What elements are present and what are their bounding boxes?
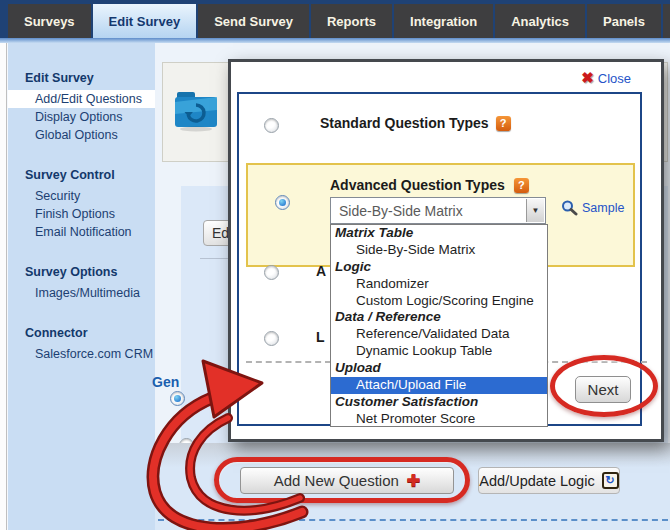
close-label: Close [598,71,631,86]
sidebar-item-add-edit-questions[interactable]: Add/Edit Questions [8,90,155,108]
question-type-dialog: ✖ Close Standard Question Types ? Advanc… [228,59,664,442]
sidebar-item-security[interactable]: Security [8,187,155,205]
add-new-question-button[interactable]: Add New Question ✚ [240,467,454,494]
dropdown-option-reference-validated-data[interactable]: Reference/Validated Data [331,326,547,343]
next-button[interactable]: Next [575,376,631,403]
close-x-icon: ✖ [581,69,594,87]
nav-tabs: SurveysEdit SurveySend SurveyReportsInte… [0,4,670,38]
background-radio-selected[interactable] [170,391,185,406]
question-type-select[interactable]: Side-By-Side Matrix ▼ [330,197,546,224]
logic-icon: ↻ [602,472,619,489]
help-icon[interactable]: ? [514,178,529,193]
dropdown-option-dynamic-lookup-table[interactable]: Dynamic Lookup Table [331,343,547,360]
sidebar-item-images-multimedia[interactable]: Images/Multimedia [8,284,155,302]
dropdown-group-logic: Logic [331,259,547,276]
plus-icon: ✚ [407,471,420,490]
add-update-logic-button[interactable]: Add/Update Logic ↻ [478,467,620,494]
sidebar-section-survey-options: Survey Options [8,265,155,284]
tab-send-survey[interactable]: Send Survey [198,4,309,38]
tab-analytics[interactable]: Analytics [495,4,585,38]
sidebar-nav: Edit SurveyAdd/Edit QuestionsDisplay Opt… [8,43,155,530]
radio-option-3[interactable] [264,265,279,280]
option-3-label-fragment: A [316,263,326,279]
sample-label: Sample [582,201,624,215]
tab-panels[interactable]: Panels [587,4,661,38]
option-4-label-fragment: L [316,329,325,345]
sidebar-section-survey-control: Survey Control [8,168,155,187]
advanced-question-types-label: Advanced Question Types [330,177,505,193]
dropdown-group-upload: Upload [331,360,547,377]
tab-surveys[interactable]: Surveys [8,4,91,38]
add-new-question-label: Add New Question [274,472,399,489]
sidebar-section-connector: Connector [8,326,155,345]
general-heading-fragment: Gen [152,374,179,390]
tab-integration[interactable]: Integration [394,4,493,38]
sidebar-item-salesforce-com-crm[interactable]: Salesforce.com CRM [8,345,155,363]
tab-reports[interactable]: Reports [311,4,392,38]
sample-link[interactable]: Sample [561,200,624,216]
dropdown-group-customer-satisfaction: Customer Satisfaction [331,394,547,411]
tab-partial[interactable] [663,4,670,38]
add-update-logic-label: Add/Update Logic [479,473,594,489]
sidebar-section-edit-survey: Edit Survey [8,71,155,90]
dropdown-group-matrix-table: Matrix Table [331,225,547,242]
sidebar-item-finish-options[interactable]: Finish Options [8,205,155,223]
sidebar-item-display-options[interactable]: Display Options [8,108,155,126]
select-dropdown-arrow-icon[interactable]: ▼ [526,199,544,222]
dropdown-option-custom-logic-scoring-engine[interactable]: Custom Logic/Scoring Engine [331,293,547,310]
left-gutter [0,43,7,530]
question-type-select-value: Side-By-Side Matrix [339,203,463,219]
radio-standard-question-types[interactable] [264,118,279,133]
tab-edit-survey[interactable]: Edit Survey [93,4,197,38]
sidebar-item-email-notification[interactable]: Email Notification [8,223,155,241]
dropdown-option-side-by-side-matrix[interactable]: Side-By-Side Matrix [331,242,547,259]
dropdown-option-net-promoter-score[interactable]: Net Promoter Score [331,411,547,427]
dropdown-group-data-reference: Data / Reference [331,309,547,326]
radio-advanced-question-types[interactable] [275,195,290,210]
standard-question-types-label: Standard Question Types [320,115,489,131]
refresh-folder-icon[interactable] [171,88,221,136]
sidebar-item-global-options[interactable]: Global Options [8,126,155,144]
close-button[interactable]: ✖ Close [581,69,631,87]
dropdown-list: Matrix TableSide-By-Side MatrixLogicRand… [330,224,548,427]
bottom-dashed-divider [158,519,668,521]
dropdown-option-randomizer[interactable]: Randomizer [331,276,547,293]
radio-option-4[interactable] [264,331,279,346]
page: SurveysEdit SurveySend SurveyReportsInte… [0,0,670,530]
dropdown-option-attach-upload-file[interactable]: Attach/Upload File [331,377,547,394]
help-icon[interactable]: ? [496,116,511,131]
magnifier-icon [561,200,578,216]
